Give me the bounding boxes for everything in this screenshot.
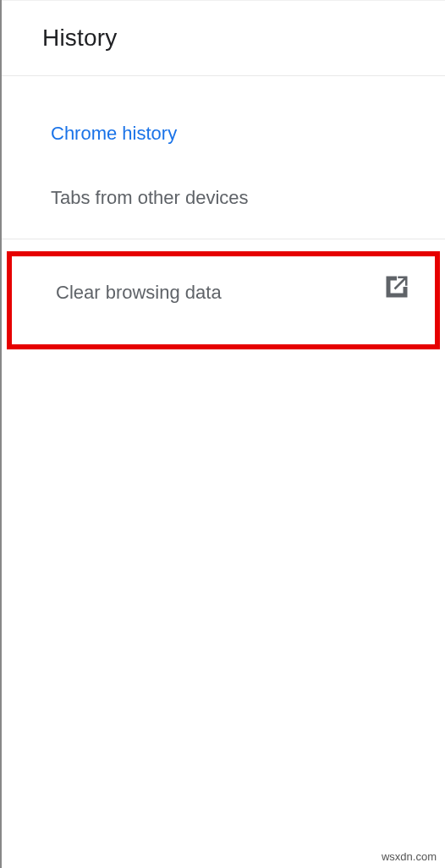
page-title: History [42, 25, 425, 52]
open-in-new-icon [384, 274, 409, 299]
menu-item-chrome-history[interactable]: Chrome history [2, 102, 445, 166]
history-menu: Chrome history Tabs from other devices [2, 76, 445, 239]
menu-item-label: Clear browsing data [56, 282, 222, 304]
menu-item-label: Chrome history [51, 123, 177, 145]
sidebar-header: History [2, 0, 445, 76]
highlight-annotation: Clear browsing data [7, 251, 440, 349]
menu-item-other-devices[interactable]: Tabs from other devices [2, 166, 445, 230]
watermark-text: wsxdn.com [382, 850, 437, 863]
menu-item-label: Tabs from other devices [51, 187, 249, 209]
menu-item-clear-browsing-data[interactable]: Clear browsing data [12, 256, 435, 344]
